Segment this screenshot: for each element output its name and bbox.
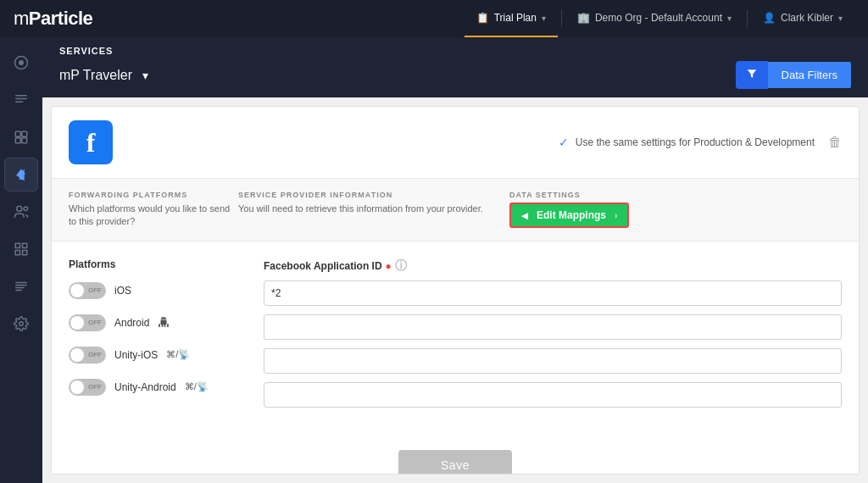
edit-mappings-label: Edit Mappings <box>537 209 606 221</box>
checkmark-icon: ✓ <box>559 136 569 149</box>
save-row: Save <box>52 433 859 475</box>
android-icon <box>158 315 170 330</box>
sidebar-item-services[interactable] <box>4 158 38 192</box>
svg-point-15 <box>19 322 24 326</box>
sidebar-item-activity[interactable] <box>4 46 38 80</box>
services-row: mP Traveler ▾ Data Filters <box>59 61 851 97</box>
fb-header: f ✓ Use the same settings for Production… <box>52 107 859 179</box>
selector-chevron-icon: ▾ <box>142 69 148 82</box>
org-label: Demo Org - Default Account <box>595 12 722 24</box>
toggle-unity-android[interactable]: OFF <box>69 379 106 396</box>
unity-android-app-id-input[interactable] <box>264 382 842 408</box>
top-nav: mParticle 📋 Trial Plan ▾ 🏢 Demo Org - De… <box>0 0 868 37</box>
svg-rect-8 <box>22 138 27 143</box>
sidebar <box>0 37 42 483</box>
required-indicator: ● <box>386 260 392 272</box>
unity-ios-label: Unity-iOS <box>114 349 158 361</box>
services-title: Services <box>59 46 851 56</box>
chevron-down-icon: ▾ <box>542 14 546 23</box>
trial-plan-label: Trial Plan <box>494 12 537 24</box>
platform-row-android: OFF Android <box>69 314 238 331</box>
selector-label: mP Traveler <box>59 68 132 83</box>
platform-row-unity-android: OFF Unity-Android ⌘/📡 <box>69 379 238 396</box>
map-icon: ◀ <box>521 211 528 220</box>
chevron-down-icon-user: ▾ <box>838 14 843 23</box>
svg-rect-3 <box>15 98 27 100</box>
user-label: Clark Kibler <box>781 12 833 24</box>
svg-point-1 <box>19 60 24 65</box>
sidebar-item-users[interactable] <box>4 195 38 229</box>
svg-rect-6 <box>22 131 27 136</box>
nav-divider-2 <box>747 10 748 27</box>
unity-ios-app-id-input[interactable] <box>264 348 842 374</box>
main-layout: Services mP Traveler ▾ Data Filters f <box>0 37 868 483</box>
forwarding-col: FORWARDING PLATFORMS Which platforms wou… <box>69 191 238 229</box>
svg-point-9 <box>17 206 22 211</box>
sidebar-item-settings[interactable] <box>4 307 38 341</box>
svg-point-10 <box>24 207 28 211</box>
user-menu[interactable]: 👤 Clark Kibler ▾ <box>751 0 854 37</box>
arrow-icon: › <box>615 211 617 220</box>
data-filters-label: Data Filters <box>768 62 851 88</box>
android-app-id-input[interactable] <box>264 314 842 340</box>
unity-android-icon: ⌘/📡 <box>185 381 209 392</box>
facebook-logo: f <box>69 120 113 164</box>
unity-android-label: Unity-Android <box>114 381 176 393</box>
ios-label: iOS <box>114 285 131 297</box>
logo: mParticle <box>14 8 92 30</box>
service-col-label: SERVICE PROVIDER INFORMATION <box>238 191 509 199</box>
sidebar-item-reports[interactable] <box>4 232 38 266</box>
trial-plan-tab[interactable]: 📋 Trial Plan ▾ <box>465 0 558 37</box>
same-settings-label: Use the same settings for Production & D… <box>576 136 815 148</box>
top-nav-right: 📋 Trial Plan ▾ 🏢 Demo Org - Default Acco… <box>465 0 854 37</box>
services-selector[interactable]: mP Traveler ▾ <box>59 68 148 83</box>
toggle-android[interactable]: OFF <box>69 314 106 331</box>
platform-row-unity-ios: OFF Unity-iOS ⌘/📡 <box>69 347 238 364</box>
sidebar-item-dataplan[interactable] <box>4 83 38 117</box>
service-provider-col: SERVICE PROVIDER INFORMATION You will ne… <box>238 191 509 229</box>
content-area: Services mP Traveler ▾ Data Filters f <box>42 37 868 483</box>
forwarding-col-label: FORWARDING PLATFORMS <box>69 191 238 199</box>
save-button[interactable]: Save <box>398 450 512 475</box>
unity-ios-icon: ⌘/📡 <box>166 349 190 360</box>
svg-rect-12 <box>23 243 27 247</box>
toggle-ios[interactable]: OFF <box>69 282 106 299</box>
user-icon: 👤 <box>763 12 776 24</box>
sidebar-item-app[interactable] <box>4 120 38 154</box>
trash-icon[interactable]: 🗑 <box>828 135 842 150</box>
three-col-section: FORWARDING PLATFORMS Which platforms wou… <box>52 179 859 242</box>
svg-rect-2 <box>15 95 27 97</box>
org-selector[interactable]: 🏢 Demo Org - Default Account ▾ <box>565 0 743 37</box>
filter-icon-part <box>736 61 768 89</box>
sidebar-item-feeds[interactable] <box>4 269 38 303</box>
ios-app-id-input[interactable] <box>264 280 842 306</box>
forwarding-col-desc: Which platforms would you like to send t… <box>69 203 238 229</box>
data-settings-col: DATA SETTINGS ◀ Edit Mappings › <box>509 191 842 229</box>
form-fields-col: Facebook Application ID ● ⓘ <box>264 258 842 416</box>
main-panel: f ✓ Use the same settings for Production… <box>51 106 860 475</box>
clipboard-icon: 📋 <box>476 12 489 24</box>
toggle-unity-ios[interactable]: OFF <box>69 347 106 364</box>
edit-mappings-button[interactable]: ◀ Edit Mappings › <box>509 203 629 228</box>
service-col-desc: You will need to retrieve this informati… <box>238 203 509 215</box>
svg-rect-13 <box>15 251 19 255</box>
data-settings-col-label: DATA SETTINGS <box>509 191 842 199</box>
nav-divider-1 <box>561 10 562 27</box>
form-area: Platforms OFF iOS OFF <box>52 242 859 433</box>
same-settings-row: ✓ Use the same settings for Production &… <box>559 136 815 149</box>
info-icon[interactable]: ⓘ <box>395 258 407 274</box>
fb-app-id-label: Facebook Application ID ● ⓘ <box>264 258 842 274</box>
platforms-col: Platforms OFF iOS OFF <box>69 258 238 416</box>
chevron-down-icon-org: ▾ <box>727 14 732 23</box>
services-header: Services mP Traveler ▾ Data Filters <box>42 37 868 97</box>
svg-rect-4 <box>15 102 23 103</box>
data-filters-button[interactable]: Data Filters <box>736 61 851 89</box>
fb-header-right: ✓ Use the same settings for Production &… <box>559 135 842 150</box>
svg-rect-5 <box>15 131 20 136</box>
building-icon: 🏢 <box>577 12 590 24</box>
svg-rect-14 <box>23 251 27 255</box>
platforms-header: Platforms <box>69 258 238 270</box>
platform-row-ios: OFF iOS <box>69 282 238 299</box>
android-label: Android <box>114 317 149 329</box>
svg-rect-7 <box>15 138 20 143</box>
